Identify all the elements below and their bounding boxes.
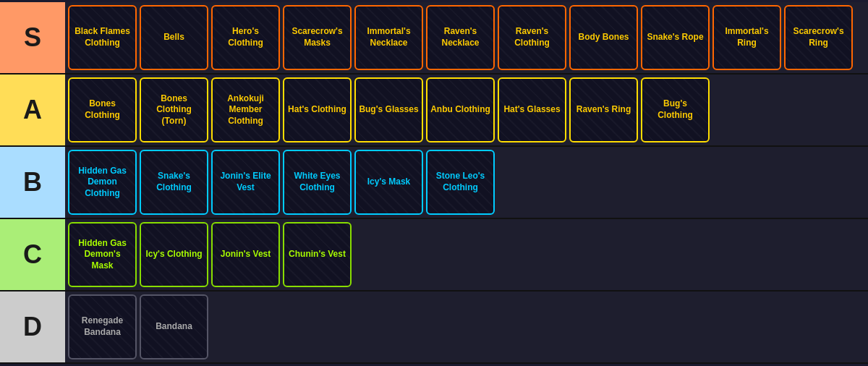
tier-items-a: Bones ClothingBones Clothing (Torn)Ankok… [65,75,868,145]
item-label: Hidden Gas Demon's Mask [72,238,132,272]
item-label: Jonin's Vest [221,249,271,260]
item-card[interactable]: Snake's Clothing [140,150,208,215]
item-label: Hero's Clothing [216,26,276,48]
item-card[interactable]: Ankokuji Member Clothing [211,77,280,142]
item-label: Bells [163,32,184,43]
tier-label-b: B [0,147,65,218]
item-label: Black Flames Clothing [72,26,132,48]
tier-label-s: S [0,2,65,73]
item-card[interactable]: Icy's Clothing [140,222,208,287]
tier-row-a: ABones ClothingBones Clothing (Torn)Anko… [0,75,868,147]
item-label: Renegade Bandana [72,315,132,338]
item-label: Bones Clothing [72,98,132,121]
item-label: Raven's Clothing [502,26,562,48]
item-label: Immortal's Necklace [359,26,419,48]
tier-row-c: CHidden Gas Demon's MaskIcy's ClothingJo… [0,219,868,291]
item-label: Icy's Mask [367,176,411,188]
item-label: Chunin's Vest [289,249,346,260]
item-card[interactable]: Immortal's Ring [712,5,781,70]
item-label: Bandana [156,321,192,333]
tier-label-a: A [0,75,65,145]
item-card[interactable]: Jonin's Elite Vest [211,150,280,215]
item-card[interactable]: Bells [140,5,208,70]
item-card[interactable]: Bones Clothing [68,77,137,142]
item-card[interactable]: Hat's Clothing [283,77,352,142]
tier-row-s: SBlack Flames ClothingBellsHero's Clothi… [0,2,868,75]
item-label: Scarecrow's Masks [287,26,347,48]
item-card[interactable]: Bug's Clothing [641,77,710,142]
item-label: Bones Clothing (Torn) [144,93,204,127]
item-label: Bug's Glasses [359,104,418,116]
item-label: Hat's Glasses [503,104,560,116]
item-label: Snake's Rope [647,32,703,43]
tier-row-d: DRenegade BandanaBandana [0,291,868,364]
tier-row-b: BHidden Gas Demon ClothingSnake's Clothi… [0,147,868,219]
item-card[interactable]: Raven's Clothing [498,5,566,70]
item-card[interactable]: Scarecrow's Masks [283,5,352,70]
item-card[interactable]: Anbu Clothing [426,77,495,142]
item-label: Stone Leo's Clothing [430,171,490,193]
item-card[interactable]: Stone Leo's Clothing [426,150,495,215]
item-label: Raven's Ring [576,104,631,116]
item-card[interactable]: Icy's Mask [354,150,423,215]
item-label: Scarecrow's Ring [788,26,848,48]
item-card[interactable]: Scarecrow's Ring [784,5,853,70]
item-label: Ankokuji Member Clothing [216,93,276,127]
item-card[interactable]: Hidden Gas Demon's Mask [68,222,137,287]
tier-items-c: Hidden Gas Demon's MaskIcy's ClothingJon… [65,219,868,290]
tier-list: SBlack Flames ClothingBellsHero's Clothi… [0,2,868,364]
item-card[interactable]: Raven's Necklace [426,5,495,70]
item-label: Bug's Clothing [645,98,705,121]
item-label: Icy's Clothing [145,249,202,260]
item-card[interactable]: Body Bones [569,5,638,70]
item-card[interactable]: Jonin's Vest [211,222,280,287]
item-card[interactable]: Chunin's Vest [283,222,352,287]
item-label: Jonin's Elite Vest [216,171,276,193]
item-label: Immortal's Ring [717,26,777,48]
item-label: White Eyes Clothing [287,171,347,193]
item-card[interactable]: Hat's Glasses [498,77,566,142]
tier-items-s: Black Flames ClothingBellsHero's Clothin… [65,2,868,73]
item-card[interactable]: Raven's Ring [569,77,638,142]
item-card[interactable]: Bandana [140,294,208,359]
tier-items-b: Hidden Gas Demon ClothingSnake's Clothin… [65,147,868,218]
tier-label-c: C [0,219,65,290]
item-label: Snake's Clothing [144,171,204,193]
item-card[interactable]: Bones Clothing (Torn) [140,77,208,142]
item-label: Raven's Necklace [430,26,490,48]
tier-label-d: D [0,291,65,362]
item-label: Anbu Clothing [430,104,490,116]
item-card[interactable]: Hero's Clothing [211,5,280,70]
item-card[interactable]: Snake's Rope [641,5,710,70]
item-card[interactable]: Black Flames Clothing [68,5,137,70]
item-card[interactable]: Renegade Bandana [68,294,137,359]
item-label: Body Bones [578,32,629,43]
tier-items-d: Renegade BandanaBandana [65,291,868,362]
item-label: Hat's Clothing [288,104,346,116]
item-card[interactable]: Hidden Gas Demon Clothing [68,150,137,215]
item-card[interactable]: White Eyes Clothing [283,150,352,215]
item-card[interactable]: Bug's Glasses [354,77,423,142]
item-label: Hidden Gas Demon Clothing [72,166,132,200]
item-card[interactable]: Immortal's Necklace [354,5,423,70]
